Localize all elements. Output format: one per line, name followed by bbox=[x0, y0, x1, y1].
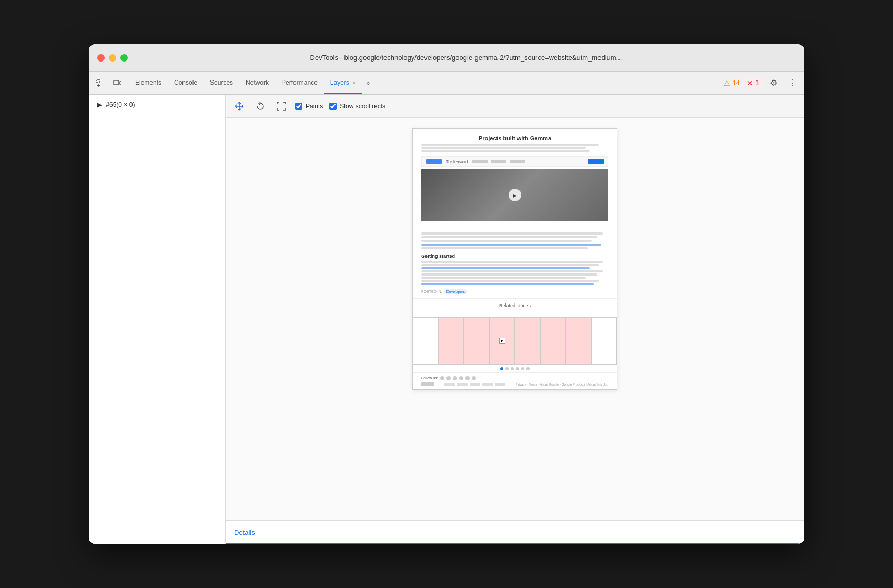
details-tab-item[interactable]: Details bbox=[234, 529, 255, 544]
text-line-link bbox=[421, 283, 594, 285]
tab-network[interactable]: Network bbox=[239, 72, 275, 94]
settings-icon[interactable]: ⚙ bbox=[766, 76, 781, 90]
footer-nav-item bbox=[444, 383, 455, 386]
slow-scroll-checkbox[interactable] bbox=[329, 103, 337, 110]
svg-rect-3 bbox=[114, 80, 119, 85]
social-icon bbox=[459, 376, 463, 380]
tab-performance[interactable]: Performance bbox=[275, 72, 324, 94]
text-line bbox=[421, 247, 588, 249]
preview-footer: Follow us: bbox=[413, 372, 617, 389]
page-preview: Projects built with Gemma The Keyword bbox=[412, 128, 617, 390]
slow-scroll-checkbox-label[interactable]: Slow scroll rects bbox=[329, 103, 385, 110]
social-icon bbox=[465, 376, 470, 380]
tab-layers-close[interactable]: × bbox=[352, 79, 356, 86]
text-line bbox=[421, 147, 586, 149]
card-empty-right bbox=[592, 317, 617, 364]
warning-icon: ⚠ bbox=[724, 79, 730, 87]
error-icon: ✕ bbox=[747, 79, 753, 87]
footer-google-logo bbox=[421, 382, 434, 386]
preview-navbar: The Keyword bbox=[421, 156, 608, 167]
tab-layers[interactable]: Layers × bbox=[324, 72, 362, 94]
preview-body-intro bbox=[421, 232, 608, 249]
paints-checkbox[interactable] bbox=[295, 103, 302, 110]
text-line bbox=[421, 280, 599, 282]
warning-badge[interactable]: ⚠ 14 bbox=[724, 79, 739, 87]
nav-item bbox=[510, 160, 525, 163]
footer-nav-item bbox=[495, 383, 505, 386]
paints-checkbox-label[interactable]: Paints bbox=[295, 103, 323, 110]
play-button-icon: ▶ bbox=[509, 189, 521, 201]
social-icon bbox=[446, 376, 451, 380]
sidebar-layer-item[interactable]: ▶ #65(0 × 0) bbox=[93, 99, 221, 110]
dot bbox=[516, 367, 519, 370]
devtools-window: DevTools - blog.google/technology/develo… bbox=[89, 44, 804, 544]
layers-toolbar: Paints Slow scroll rects bbox=[226, 95, 804, 118]
card-pink-5 bbox=[541, 317, 566, 364]
card-empty-left bbox=[413, 317, 439, 364]
nav-item bbox=[491, 160, 506, 163]
text-line bbox=[421, 240, 592, 242]
text-line bbox=[421, 236, 597, 238]
carousel-dots bbox=[413, 365, 617, 372]
text-line bbox=[421, 273, 597, 276]
footer-nav-items bbox=[444, 383, 505, 386]
svg-rect-0 bbox=[97, 79, 100, 83]
text-line-link bbox=[421, 244, 601, 246]
preview-page-title: Projects built with Gemma bbox=[421, 135, 608, 141]
preview-keyword-text: The Keyword bbox=[446, 160, 468, 164]
follow-text: Follow us: bbox=[421, 376, 438, 380]
preview-intro-text bbox=[421, 144, 608, 152]
devtools-container: Elements Console Sources Network Perform… bbox=[89, 72, 804, 544]
card-pink-6 bbox=[566, 317, 592, 364]
nav-item bbox=[472, 160, 488, 163]
social-icon bbox=[440, 376, 444, 380]
details-section: Details bbox=[226, 520, 804, 544]
card-pink-4 bbox=[515, 317, 541, 364]
preview-nav-items bbox=[472, 160, 584, 163]
preview-video-thumbnail: ▶ bbox=[421, 169, 608, 221]
text-line bbox=[421, 270, 603, 272]
text-line bbox=[421, 144, 599, 146]
footer-social-icons: Follow us: bbox=[421, 376, 608, 380]
fit-icon[interactable] bbox=[274, 99, 289, 114]
tab-elements[interactable]: Elements bbox=[129, 72, 168, 94]
more-options-icon[interactable]: ⋮ bbox=[785, 76, 800, 90]
tab-icon-group bbox=[93, 72, 125, 94]
dot bbox=[521, 367, 524, 370]
card-icon: ▶ bbox=[499, 338, 505, 344]
device-toolbar-icon[interactable] bbox=[110, 76, 125, 90]
tab-console[interactable]: Console bbox=[168, 72, 204, 94]
preview-getting-started-title: Getting started bbox=[421, 254, 608, 259]
tab-sources[interactable]: Sources bbox=[204, 72, 239, 94]
footer-links: Privacy · Terms · About Google · Google … bbox=[421, 382, 608, 386]
preview-google-logo bbox=[426, 159, 442, 164]
footer-nav-item bbox=[482, 383, 493, 386]
dot bbox=[526, 367, 530, 370]
close-button[interactable] bbox=[97, 54, 105, 62]
error-badge[interactable]: ✕ 3 bbox=[744, 78, 762, 88]
pink-cards-row: ▶ bbox=[413, 317, 617, 365]
card-pink-3: ▶ bbox=[490, 317, 515, 364]
text-line bbox=[421, 264, 599, 266]
card-pink-1 bbox=[439, 317, 464, 364]
layers-panel: Paints Slow scroll rects Projects built … bbox=[226, 95, 804, 544]
traffic-lights bbox=[97, 54, 128, 62]
preview-top-section: Projects built with Gemma The Keyword bbox=[413, 129, 617, 228]
maximize-button[interactable] bbox=[120, 54, 128, 62]
dot bbox=[511, 367, 514, 370]
rotate-tool-icon[interactable] bbox=[253, 99, 268, 114]
social-icon bbox=[453, 376, 457, 380]
footer-privacy-text: Privacy · Terms · About Google · Google … bbox=[516, 383, 608, 386]
tab-overflow-button[interactable]: » bbox=[362, 72, 374, 94]
layers-sidebar: ▶ #65(0 × 0) bbox=[89, 95, 226, 544]
title-bar: DevTools - blog.google/technology/develo… bbox=[89, 44, 804, 72]
inspect-element-icon[interactable] bbox=[93, 76, 108, 90]
svg-rect-4 bbox=[120, 82, 121, 84]
minimize-button[interactable] bbox=[109, 54, 116, 62]
text-line bbox=[421, 277, 586, 279]
layers-viewport[interactable]: Projects built with Gemma The Keyword bbox=[226, 118, 804, 520]
details-tab-bar: Details bbox=[226, 521, 804, 544]
preview-subscribe-btn bbox=[588, 159, 604, 164]
move-tool-icon[interactable] bbox=[232, 99, 247, 114]
preview-posted-section: POSTED IN: Developers bbox=[421, 289, 608, 294]
